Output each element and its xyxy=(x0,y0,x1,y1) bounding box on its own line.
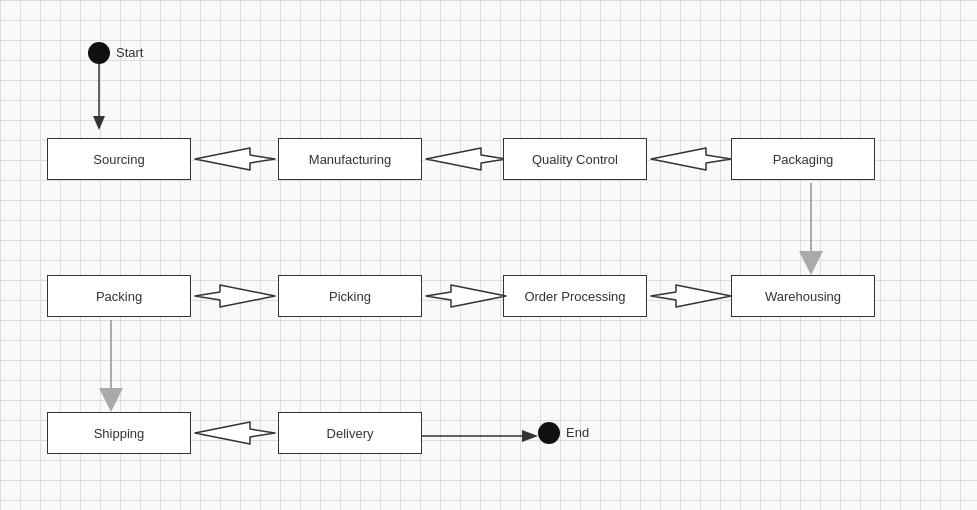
arrow-orderprocessing-picking xyxy=(426,285,506,307)
svg-marker-7 xyxy=(651,285,731,307)
shipping-node[interactable]: Shipping xyxy=(47,412,191,454)
arrow-packaging-warehousing xyxy=(791,183,831,275)
flow-diagram-canvas: Start Sourcing Manufacturing Quality Con… xyxy=(0,0,977,510)
delivery-node[interactable]: Delivery xyxy=(278,412,422,454)
svg-marker-6 xyxy=(799,251,823,275)
svg-marker-8 xyxy=(426,285,506,307)
arrow-shipping-delivery xyxy=(195,422,275,444)
svg-marker-1 xyxy=(93,116,105,130)
picking-node[interactable]: Picking xyxy=(278,275,422,317)
svg-marker-9 xyxy=(195,285,275,307)
arrow-sourcing-manufacturing xyxy=(195,148,275,170)
arrow-delivery-end xyxy=(422,430,538,442)
arrow-warehousing-orderprocessing xyxy=(651,285,731,307)
packing-node[interactable]: Packing xyxy=(47,275,191,317)
warehousing-node[interactable]: Warehousing xyxy=(731,275,875,317)
start-label: Start xyxy=(116,45,143,60)
svg-marker-14 xyxy=(522,430,538,442)
arrow-start-to-sourcing xyxy=(97,64,101,130)
order-processing-node[interactable]: Order Processing xyxy=(503,275,647,317)
svg-marker-11 xyxy=(99,388,123,412)
sourcing-node[interactable]: Sourcing xyxy=(47,138,191,180)
svg-marker-12 xyxy=(195,422,275,444)
end-label: End xyxy=(566,425,589,440)
arrow-packing-shipping xyxy=(91,320,131,412)
svg-marker-4 xyxy=(651,148,731,170)
svg-marker-2 xyxy=(195,148,275,170)
svg-marker-3 xyxy=(426,148,506,170)
arrow-picking-packing xyxy=(195,285,275,307)
manufacturing-node[interactable]: Manufacturing xyxy=(278,138,422,180)
packaging-node[interactable]: Packaging xyxy=(731,138,875,180)
quality-control-node[interactable]: Quality Control xyxy=(503,138,647,180)
end-node xyxy=(538,422,560,444)
arrow-quality-packaging xyxy=(651,148,731,170)
start-node xyxy=(88,42,110,64)
arrow-manufacturing-quality xyxy=(426,148,506,170)
